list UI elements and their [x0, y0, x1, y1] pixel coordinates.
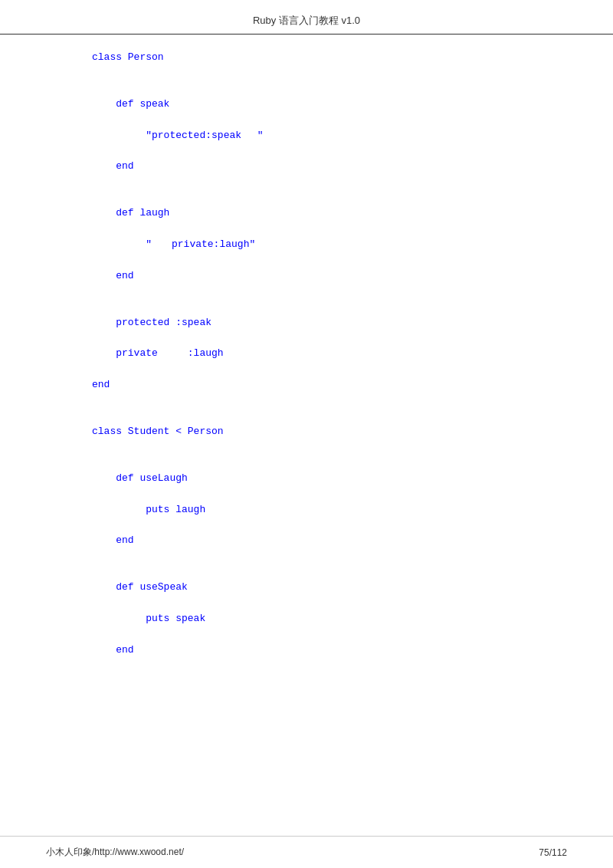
code-line-end-person: end — [92, 377, 521, 393]
footer-left: 小木人印象/http://www.xwood.net/ — [46, 846, 184, 859]
code-line-end-laugh: end — [92, 268, 521, 284]
footer-right: 75/112 — [539, 847, 567, 858]
code-line-end-uselaugh: end — [92, 533, 521, 549]
code-line-puts-speak: puts speak — [92, 611, 521, 627]
code-line-def-laugh: def laugh — [92, 205, 521, 222]
code-line-end-speak: end — [92, 159, 521, 175]
code-line-def-speak: def speak — [92, 97, 521, 113]
code-line-private-laugh-str: " private:laugh" — [92, 237, 521, 253]
code-line-def-uselaugh: def useLaugh — [92, 471, 521, 487]
code-line-protected-speak: protected :speak — [92, 315, 521, 331]
page-header: Ruby 语言入门教程 v1.0 — [0, 0, 613, 35]
code-block: class Person def speak "protected:speak … — [92, 50, 521, 659]
code-line-end-usespeak: end — [92, 643, 521, 659]
code-line-class-student: class Student < Person — [92, 424, 521, 440]
header-title: Ruby 语言入门教程 v1.0 — [253, 15, 360, 26]
code-line-def-usespeak: def useSpeak — [92, 580, 521, 596]
code-line-puts-laugh: puts laugh — [92, 502, 521, 518]
page-footer: 小木人印象/http://www.xwood.net/ 75/112 — [0, 836, 613, 868]
code-line-protected-speak-str: "protected:speak " — [92, 128, 521, 144]
code-line-private-laugh: private :laugh — [92, 346, 521, 362]
code-line-1: class Person — [92, 50, 521, 66]
main-content: class Person def speak "protected:speak … — [0, 35, 613, 705]
